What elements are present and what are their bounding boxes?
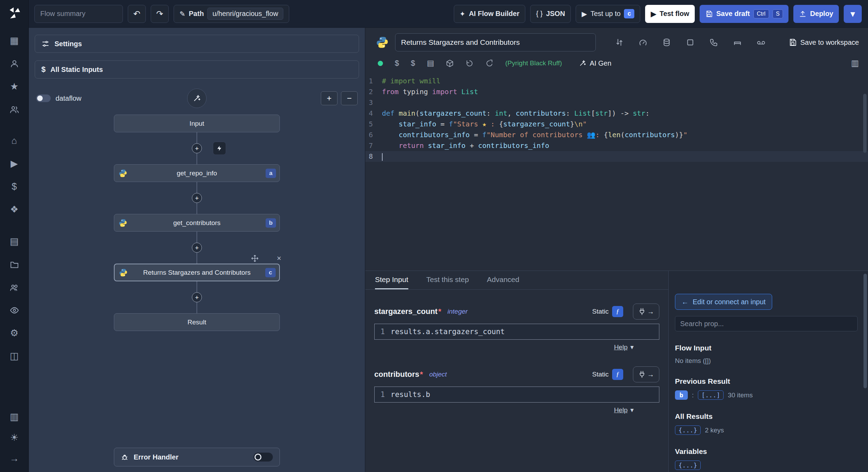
add-step-button[interactable]: + <box>192 193 202 203</box>
variables-dollar-icon[interactable]: $ <box>7 179 22 194</box>
flow-node-get-contributors[interactable]: get_contributors b <box>114 214 280 232</box>
swap-icon[interactable] <box>615 38 624 47</box>
connect-input-button[interactable]: → <box>633 366 659 382</box>
flow-node-result[interactable]: Result <box>114 313 280 331</box>
add-step-button[interactable]: + <box>192 292 202 303</box>
tab-test-this-step[interactable]: Test this step <box>426 275 469 289</box>
deploy-menu-chevron[interactable]: ▾ <box>844 5 862 23</box>
workers-layers-icon[interactable]: ◫ <box>7 349 22 363</box>
ai-flow-builder-button[interactable]: ✦ AI Flow Builder <box>454 5 525 23</box>
ai-wand-button[interactable] <box>187 89 207 108</box>
kbd-ctrl: Ctrl <box>753 9 769 18</box>
arrow-right-icon: → <box>647 371 654 379</box>
edit-or-connect-button[interactable]: ← Edit or connect an input <box>675 294 772 310</box>
windmill-logo-icon[interactable] <box>7 6 22 21</box>
zoom-in-button[interactable]: + <box>321 91 337 105</box>
reset-icon[interactable] <box>466 59 474 67</box>
star-icon[interactable]: ★ <box>7 79 22 94</box>
json-button[interactable]: { } JSON <box>530 5 571 23</box>
flow-node-input[interactable]: Input <box>114 115 280 132</box>
flow-settings-button[interactable]: Settings <box>35 35 359 53</box>
groups-icon[interactable] <box>7 280 22 295</box>
runs-play-icon[interactable]: ▶ <box>7 156 22 171</box>
item-count: 30 items <box>728 391 753 399</box>
redo-button[interactable]: ↷ <box>151 5 169 23</box>
trigger-bolt-button[interactable] <box>213 142 226 155</box>
package-icon[interactable]: ▤ <box>427 59 434 68</box>
add-step-button[interactable]: + <box>192 143 202 154</box>
context-var-icon[interactable]: $ <box>395 59 399 68</box>
node-badge-c: c <box>265 268 276 277</box>
deploy-button[interactable]: Deploy <box>793 5 839 23</box>
gauge-icon[interactable] <box>639 38 648 47</box>
tab-step-input[interactable]: Step Input <box>375 275 408 289</box>
chevron-down-icon[interactable]: ▾ <box>630 343 634 351</box>
connect-input-button[interactable]: → <box>633 304 659 320</box>
prop-picker-panel: ← Edit or connect an input Flow Input No… <box>669 271 868 472</box>
test-up-to-button[interactable]: ▶ Test up to c <box>576 5 640 23</box>
colon: : <box>692 391 694 399</box>
add-step-button[interactable]: + <box>192 243 202 253</box>
square-icon[interactable] <box>686 38 695 47</box>
bench-icon[interactable] <box>733 38 742 47</box>
dataflow-toggle[interactable] <box>36 94 51 102</box>
package-alt-icon[interactable] <box>446 59 454 67</box>
required-asterisk: * <box>420 370 423 379</box>
folders-icon[interactable] <box>7 257 22 272</box>
collapsed-object-badge[interactable]: {...} <box>675 425 701 435</box>
search-prop-input[interactable] <box>675 316 858 331</box>
windmill-flow-builder: ▦ ★ ⌂ ▶ $ ❖ ▤ ⚙ ◫ ▥ ☀ → ↶ ↷ <box>0 0 868 472</box>
ai-gen-button[interactable]: AI Gen <box>579 59 611 67</box>
columns-icon[interactable]: ▥ <box>7 409 22 424</box>
settings-gear-icon[interactable]: ⚙ <box>7 326 22 340</box>
flow-node-get-repo-info[interactable]: get_repo_info a <box>114 164 280 182</box>
editor-scrollbar[interactable] <box>863 94 867 153</box>
close-icon[interactable]: × <box>277 255 281 262</box>
home-icon[interactable]: ⌂ <box>7 133 22 148</box>
users-icon[interactable] <box>7 102 22 117</box>
expand-sidebar-icon[interactable]: → <box>7 451 22 466</box>
flow-summary-input[interactable] <box>34 5 123 23</box>
expr-editor-contributors[interactable]: 1 results.b <box>374 387 659 403</box>
library-icon[interactable]: ▥ <box>851 58 859 68</box>
expr-editor-stargazers[interactable]: 1 results.a.stargazers_count <box>374 324 659 340</box>
required-asterisk: * <box>438 307 441 316</box>
collapsed-array-badge[interactable]: [...] <box>698 390 724 400</box>
undo-button[interactable]: ↶ <box>128 5 146 23</box>
phone-icon[interactable] <box>709 38 718 47</box>
theme-sun-icon[interactable]: ☀ <box>7 430 22 445</box>
error-handler-toggle[interactable] <box>253 452 273 462</box>
help-link[interactable]: Help <box>614 406 627 414</box>
calendar-icon[interactable]: ▦ <box>7 33 22 48</box>
result-key-badge[interactable]: b <box>675 390 688 400</box>
reload-icon[interactable] <box>485 59 493 67</box>
assistants-label[interactable]: (Pyright Black Ruff) <box>505 59 562 67</box>
previous-result-row: b : [...] 30 items <box>675 390 862 400</box>
step-title-input[interactable] <box>395 33 596 51</box>
expression-toggle-button[interactable]: ƒ <box>612 369 623 380</box>
tab-advanced[interactable]: Advanced <box>487 275 519 289</box>
flow-node-returns-stargazers[interactable]: × Returns Stargazers and Contributors c <box>114 264 280 281</box>
context-var-alt-icon[interactable]: $ <box>411 59 415 68</box>
field-name: stargazers_count <box>374 307 437 316</box>
test-flow-button[interactable]: ▶ Test flow <box>645 5 695 23</box>
save-draft-button[interactable]: Save draft Ctrl S <box>700 5 788 23</box>
zoom-out-button[interactable]: − <box>341 91 358 105</box>
error-handler-node[interactable]: Error Handler <box>114 448 280 466</box>
prop-scrollbar[interactable] <box>863 274 867 388</box>
all-static-inputs-button[interactable]: $ All Static Inputs <box>35 60 359 78</box>
chevron-down-icon[interactable]: ▾ <box>630 406 634 414</box>
path-control[interactable]: ✎ Path u/henri/gracious_flow <box>174 5 289 23</box>
collapsed-object-badge[interactable]: {...} <box>675 461 701 470</box>
resources-puzzle-icon[interactable]: ❖ <box>7 202 22 217</box>
apps-box-icon[interactable]: ▤ <box>7 234 22 249</box>
voicemail-icon[interactable] <box>757 38 766 47</box>
code-editor[interactable]: 1# import wmill2from typing import List3… <box>365 73 868 271</box>
expression-toggle-button[interactable]: ƒ <box>612 306 623 317</box>
eye-icon[interactable] <box>7 303 22 317</box>
user-icon[interactable] <box>7 56 22 71</box>
save-to-workspace-button[interactable]: Save to workspace <box>788 38 859 47</box>
help-link[interactable]: Help <box>614 343 627 351</box>
database-icon[interactable] <box>662 38 671 47</box>
move-icon[interactable] <box>251 255 259 262</box>
